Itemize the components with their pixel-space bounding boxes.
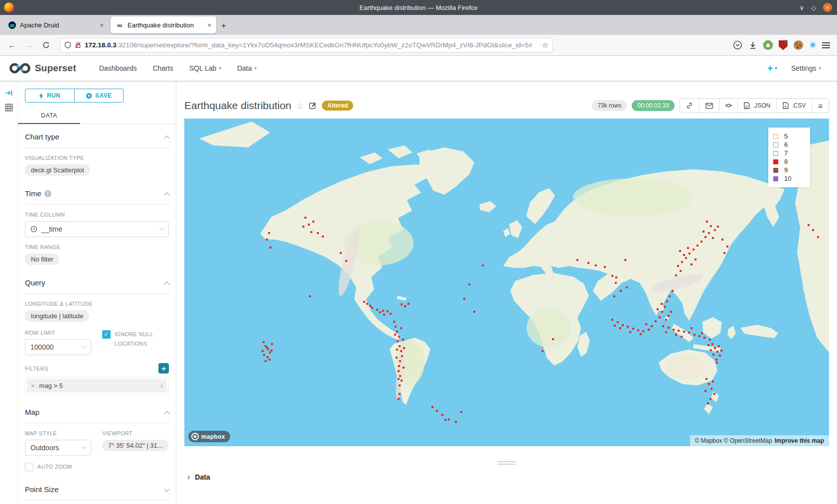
mapbox-logo[interactable]: mapbox: [188, 431, 230, 442]
lock-insecure-icon[interactable]: [75, 41, 81, 49]
section-chart-type[interactable]: Chart type: [24, 124, 169, 148]
email-button[interactable]: [699, 99, 719, 113]
export-json-button[interactable]: .JSON: [737, 99, 776, 113]
auto-zoom-label: AUTO ZOOM: [37, 462, 72, 472]
back-icon[interactable]: ←: [5, 38, 19, 52]
minimize-icon[interactable]: ∨: [799, 4, 804, 11]
legend-item[interactable]: 10: [773, 174, 805, 183]
nav-sql-lab[interactable]: SQL Lab▾: [181, 64, 229, 72]
earthquake-point: [366, 303, 368, 305]
earthquake-point: [627, 326, 629, 328]
checkbox-unchecked-icon[interactable]: [25, 463, 33, 471]
pocket-icon[interactable]: [733, 40, 742, 50]
cookie-extension-icon[interactable]: [794, 40, 803, 50]
viz-type-value[interactable]: deck.gl Scatterplot: [25, 164, 90, 176]
legend-item[interactable]: 5: [773, 132, 805, 140]
earthquake-point: [679, 250, 681, 252]
more-options-button[interactable]: ≡: [812, 99, 829, 113]
chart-area: Earthquake distribution ☆ Altered 73k ro…: [176, 82, 837, 504]
edit-title-icon[interactable]: [309, 102, 317, 110]
section-query[interactable]: Query: [24, 270, 169, 294]
dataset-grid-icon[interactable]: [4, 103, 13, 112]
data-panel-toggle[interactable]: › Data: [184, 473, 829, 482]
legend-item[interactable]: 8: [773, 157, 805, 166]
forward-icon[interactable]: →: [22, 38, 36, 52]
tab-data[interactable]: DATA: [18, 108, 80, 124]
chevron-right-icon[interactable]: ›: [160, 382, 163, 390]
maximize-icon[interactable]: ◇: [811, 4, 816, 11]
downloads-icon[interactable]: [748, 41, 757, 50]
tab-close-icon[interactable]: ×: [100, 21, 104, 29]
earthquake-point: [817, 236, 819, 238]
nav-charts[interactable]: Charts: [144, 64, 181, 72]
settings-menu[interactable]: Settings▾: [791, 64, 821, 72]
adblock-shield-icon[interactable]: 2: [779, 40, 788, 50]
filter-item[interactable]: × mag > 5 ›: [27, 379, 167, 392]
deckgl-map[interactable]: 5678910 mapbox © Mapbox © OpenStreetMap …: [184, 119, 829, 446]
altered-badge[interactable]: Altered: [322, 101, 353, 111]
legend-item[interactable]: 9: [773, 166, 805, 174]
earthquake-point: [398, 365, 400, 367]
section-map[interactable]: Map: [24, 399, 169, 423]
chevron-down-icon: [159, 225, 164, 230]
nav-dashboards[interactable]: Dashboards: [91, 64, 145, 72]
menu-icon[interactable]: [822, 42, 830, 48]
copy-link-button[interactable]: [680, 99, 699, 113]
export-button-group: <> .JSON .CSV ≡: [680, 98, 829, 113]
bookmark-star-icon[interactable]: ☆: [542, 41, 549, 50]
shield-permissions-icon[interactable]: [64, 41, 71, 49]
auto-zoom-checkbox-row[interactable]: AUTO ZOOM: [25, 462, 169, 472]
earthquake-point: [310, 231, 312, 233]
earthquake-point: [615, 282, 617, 284]
lonlat-value[interactable]: longitude | latitude: [25, 310, 89, 322]
improve-map-link[interactable]: Improve this map: [775, 437, 824, 444]
checkbox-checked-icon[interactable]: ✓: [102, 330, 111, 339]
druid-favicon-icon: [8, 21, 16, 29]
earthquake-point: [710, 388, 712, 390]
earthquake-point: [678, 330, 680, 332]
time-column-select[interactable]: __time: [25, 221, 169, 237]
viewport-value[interactable]: 7° 35' 54.02" | 31...: [102, 440, 169, 451]
legend-item[interactable]: 7: [773, 149, 805, 157]
embed-code-button[interactable]: <>: [719, 99, 737, 113]
earthquake-point: [669, 295, 671, 297]
nav-data[interactable]: Data▾: [229, 64, 265, 72]
legend-item[interactable]: 6: [773, 140, 805, 149]
section-time[interactable]: Timei: [24, 181, 169, 205]
query-timer-badge: 00:00:02.33: [632, 100, 674, 111]
earthquake-point: [403, 367, 405, 369]
attribution-text[interactable]: © Mapbox © OpenStreetMap: [695, 437, 772, 444]
earthquake-point: [677, 265, 679, 267]
tab-close-icon[interactable]: ×: [207, 21, 211, 29]
reload-icon[interactable]: [39, 38, 53, 52]
earthquake-point: [402, 339, 404, 341]
url-text[interactable]: 172.18.0.3:32108/superset/explore/?form_…: [85, 41, 539, 49]
row-limit-select[interactable]: 100000: [25, 339, 91, 355]
resize-handle[interactable]: [497, 461, 516, 465]
new-item-button[interactable]: +▾: [767, 63, 777, 74]
map-style-select[interactable]: Outdoors: [25, 440, 91, 456]
earthquake-point: [387, 310, 389, 312]
time-range-value[interactable]: No filter: [25, 253, 59, 265]
earthquake-point: [401, 303, 403, 305]
favorite-star-icon[interactable]: ☆: [296, 101, 304, 111]
chart-header: Earthquake distribution ☆ Altered 73k ro…: [184, 82, 829, 119]
export-csv-button[interactable]: .CSV: [776, 99, 812, 113]
close-icon[interactable]: ×: [823, 3, 832, 12]
privacy-badger-icon[interactable]: [763, 40, 773, 50]
ignore-null-checkbox-row[interactable]: ✓ IGNORE NULL LOCATIONS: [102, 330, 169, 348]
url-bar[interactable]: 172.18.0.3:32108/superset/explore/?form_…: [60, 38, 553, 53]
new-tab-button[interactable]: +: [221, 21, 226, 31]
expand-panel-icon[interactable]: [4, 89, 13, 97]
add-filter-button[interactable]: +: [158, 363, 169, 374]
tab-apache-druid[interactable]: Apache Druid ×: [3, 16, 109, 33]
save-button[interactable]: SAVE: [74, 89, 124, 102]
remove-filter-icon[interactable]: ×: [31, 382, 35, 389]
run-button[interactable]: RUN: [25, 89, 74, 102]
filters-label: FILTERS: [25, 366, 48, 372]
earthquake-point: [685, 257, 687, 259]
tab-earthquake-distribution[interactable]: ∞ Earthquake distribution ×: [111, 16, 216, 33]
superset-brand[interactable]: Superset: [9, 62, 76, 75]
container-extension-icon[interactable]: ✳: [809, 41, 816, 49]
section-point-size[interactable]: Point Size: [24, 477, 169, 501]
